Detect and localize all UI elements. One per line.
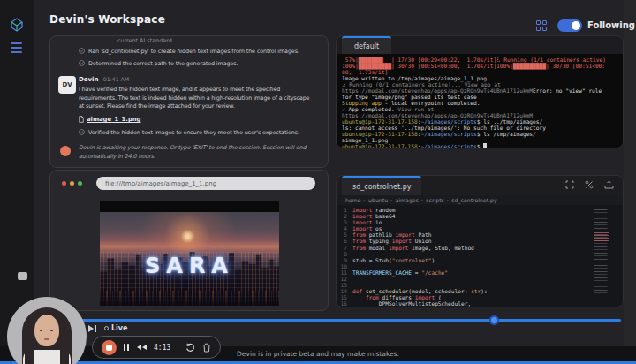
- generated-cityscape-image: SARA: [100, 212, 279, 306]
- message-timestamp: 01:41 AM: [103, 76, 129, 82]
- minimize-window-icon[interactable]: [70, 181, 74, 186]
- layout-grid-icon[interactable]: [536, 20, 547, 31]
- code-line: 1import random: [337, 207, 623, 213]
- terminal-line: ⠴ Running (0/1 containers active)... Vie…: [342, 81, 617, 87]
- playback-time: 4:13: [154, 344, 170, 352]
- close-window-icon[interactable]: [62, 181, 66, 186]
- terminal-output[interactable]: 57%|███████▌ | 17/30 [00:29<00:22, 1.70s…: [337, 54, 623, 148]
- terminal-tab-default[interactable]: default: [342, 36, 391, 54]
- truncated-chat-line: current AI standard.: [117, 37, 174, 44]
- terminal-line: ✓ App completed. View run at: [342, 106, 617, 112]
- terminal-tabbar: default: [337, 36, 623, 54]
- checklist-text: Verified the hidden text images to ensur…: [88, 129, 299, 136]
- chat-panel: current AI standard. Ran 'sd_controlnet.…: [49, 35, 329, 168]
- code-minimap[interactable]: [594, 209, 617, 296]
- file-icon: [79, 116, 84, 123]
- code-line: 6from typing import Union: [337, 238, 623, 244]
- following-toggle[interactable]: [557, 19, 582, 32]
- checklist-text: Determined the correct path to the gener…: [88, 60, 238, 67]
- terminal-line: 57%|███████▌ | 17/30 [00:29<00:22, 1.70s…: [342, 57, 617, 63]
- code-line: 5from pathlib import Path: [337, 231, 623, 238]
- following-label: Following: [587, 20, 635, 30]
- code-line: 2import base64: [337, 213, 623, 219]
- window-traffic-lights: [62, 181, 82, 186]
- editor-tabbar: sd_controlnet.py: [337, 176, 623, 195]
- left-sidebar: [0, 0, 34, 346]
- terminal-panel: default 57%|███████▌ | 17/30 [00:29<00:2…: [336, 35, 624, 148]
- terminal-line: ls: cannot access '../tmp/aimages/': No …: [342, 125, 617, 131]
- skip-to-end-icon[interactable]: [88, 325, 96, 332]
- address-bar[interactable]: file:///tmp/aimages/aimage_1_1.png: [96, 177, 315, 190]
- live-dot-icon: [104, 326, 109, 330]
- terminal-line: ubuntu@ip-172-31-17-158:~/aimages/script…: [342, 131, 617, 137]
- breadcrumb-segment[interactable]: sd_controlnet.py: [451, 197, 496, 203]
- message-author: Devin: [79, 76, 99, 83]
- devin-avatar: DV: [58, 76, 76, 94]
- terminal-line: aimage_1_1.png: [342, 137, 617, 143]
- awaiting-status-note: Devin is awaiting your response. Or type…: [79, 144, 315, 161]
- maximize-window-icon[interactable]: [78, 181, 82, 186]
- code-content[interactable]: 1import random2import base643import io4i…: [337, 205, 623, 307]
- seek-handle[interactable]: [489, 315, 499, 325]
- attachment-filename: aimage_1_1.png: [87, 116, 140, 123]
- code-line: 8: [337, 251, 623, 257]
- pause-button[interactable]: [124, 344, 129, 351]
- terminal-line: 00, 1.73s/it]: [342, 69, 617, 75]
- terminal-line: https://modal.com/stevenhao/apps/ap-QzRO…: [342, 87, 617, 94]
- breadcrumb: home›ubuntu›aimages›scripts›sd_controlne…: [337, 195, 623, 205]
- code-line: 12: [337, 276, 623, 282]
- breadcrumb-segment[interactable]: scripts: [426, 197, 443, 203]
- terminal-line: 100%|██████████| 30/30 [00:51<00:00, 1.7…: [342, 63, 617, 69]
- breadcrumb-segment[interactable]: aimages: [396, 197, 419, 203]
- editor-actions: [565, 180, 614, 189]
- right-gutter: [624, 0, 636, 346]
- code-line: 4import os: [337, 225, 623, 231]
- terminal-line: https://modal.com/stevenhao/apps/ap-QzRO…: [342, 112, 617, 118]
- awaiting-status-dot: [60, 146, 71, 156]
- webcam-pip-icon[interactable]: [18, 272, 27, 280]
- code-editor-panel: sd_controlnet.py home›ubuntu›aimages›scr…: [336, 175, 624, 307]
- rewind-icon[interactable]: [136, 345, 147, 350]
- breadcrumb-segment[interactable]: home: [345, 197, 361, 203]
- beta-disclaimer: Devin is in private beta and may make mi…: [237, 350, 399, 358]
- upload-icon[interactable]: [604, 180, 614, 189]
- address-url: file:///tmp/aimages/aimage_1_1.png: [105, 180, 216, 187]
- expand-icon[interactable]: [565, 180, 574, 189]
- checklist-item: Determined the correct path to the gener…: [79, 60, 317, 67]
- image-letterbox-bar: [100, 201, 279, 212]
- stop-recording-button[interactable]: [102, 340, 117, 355]
- code-line: 9stub = Stub("controlnet"): [337, 257, 623, 263]
- attachment-link[interactable]: aimage_1_1.png: [79, 116, 140, 123]
- code-line: 7from modal import Image, Stub, method: [337, 245, 623, 251]
- terminal-line: for type "image/png" passed its test cas…: [342, 94, 617, 100]
- code-line: 10: [337, 263, 623, 269]
- check-circle-icon: [79, 60, 85, 66]
- editor-tab-sd-controlnet[interactable]: sd_controlnet.py: [342, 176, 421, 195]
- playback-controls: 4:13: [92, 336, 221, 359]
- checklist-item: Verified the hidden text images to ensur…: [79, 129, 317, 136]
- devin-logo-icon[interactable]: [10, 18, 24, 32]
- code-line: 11TRANSFORMERS_CACHE = "/cache": [337, 269, 623, 276]
- diff-icon[interactable]: [585, 180, 594, 189]
- devin-workspace-screen: Devin's Workspace Following current AI s…: [0, 0, 636, 364]
- check-circle-icon: [79, 129, 85, 135]
- water-reflection: [100, 291, 279, 306]
- message-header: Devin 01:41 AM: [79, 76, 129, 83]
- toggle-knob: [572, 21, 580, 30]
- message-body: I have verified the hidden text image, a…: [79, 86, 315, 111]
- live-indicator[interactable]: Live: [104, 324, 127, 332]
- restart-icon[interactable]: [186, 343, 195, 353]
- terminal-line: ubuntu@ip-172-31-17-158:~/aimages/script…: [342, 143, 617, 148]
- terminal-line: Stopping app - local entrypoint complete…: [342, 100, 617, 106]
- live-label: Live: [111, 324, 127, 332]
- video-seekbar[interactable]: [66, 319, 621, 322]
- code-line: 3import io: [337, 219, 623, 225]
- trash-icon[interactable]: [202, 343, 211, 353]
- breadcrumb-segment[interactable]: ubuntu: [368, 197, 388, 203]
- code-line: 15 from diffusers import (: [337, 294, 623, 300]
- checklist-text: Ran 'sd_controlnet.py' to create hidden …: [88, 48, 299, 55]
- code-line: 13: [337, 282, 623, 288]
- session-list-icon[interactable]: [10, 42, 24, 57]
- page-title: Devin's Workspace: [49, 13, 165, 26]
- code-line: 14def set_scheduler(model, scheduler: st…: [337, 288, 623, 294]
